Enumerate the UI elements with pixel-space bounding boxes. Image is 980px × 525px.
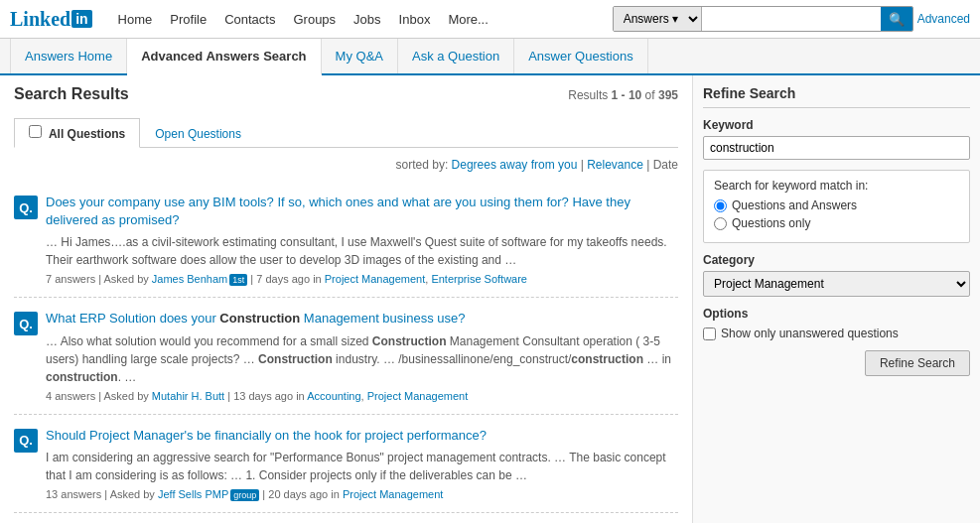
right-panel: Refine Search Keyword Search for keyword… (692, 75, 980, 523)
q-content: What ERP Solution does your Construction… (46, 310, 678, 401)
question-excerpt-2: … Also what solution would you recommend… (46, 332, 678, 386)
radio-row-qa: Questions and Answers (714, 198, 959, 212)
category-select[interactable]: Project Management (703, 271, 970, 297)
question-item: Q. What ERP Solution does your Construct… (14, 298, 678, 414)
question-title-3[interactable]: Should Project Manager's be financially … (46, 427, 678, 445)
question-meta-2: 4 answers | Asked by Mutahir H. Butt | 1… (46, 390, 678, 402)
sort-relevance[interactable]: Relevance (587, 158, 643, 172)
question-excerpt-3: I am considering an aggressive search fo… (46, 449, 678, 484)
cat-link-3a[interactable]: Project Management (343, 488, 444, 500)
logo-in-box: in (71, 10, 91, 28)
question-item: Q. Should Project Manager's be financial… (14, 415, 678, 513)
nav-groups[interactable]: Groups (293, 12, 336, 27)
unanswered-checkbox[interactable] (703, 328, 716, 340)
sort-degrees[interactable]: Degrees away from you (452, 158, 578, 172)
question-meta-1: 7 answers | Asked by James Benham1st | 7… (46, 273, 678, 285)
search-box-wrap: Answers ▾ 🔍 (613, 6, 913, 32)
left-panel: Search Results Results 1 - 10 of 395 All… (0, 75, 692, 523)
subnav-answers-home[interactable]: Answers Home (10, 39, 127, 73)
sort-prefix: sorted by: (396, 158, 452, 172)
main-content: Search Results Results 1 - 10 of 395 All… (0, 75, 980, 523)
cat-link-1b[interactable]: Enterprise Software (431, 273, 527, 285)
options-label: Options (703, 307, 970, 321)
radio-qa-label: Questions and Answers (732, 198, 857, 212)
q-badge: Q. (14, 312, 38, 335)
top-search-input[interactable] (702, 7, 881, 31)
radio-row-q: Questions only (714, 216, 959, 230)
cat-link-1a[interactable]: Project Management (325, 273, 426, 285)
subnav-answer-questions[interactable]: Answer Questions (514, 39, 648, 73)
subnav-ask-question[interactable]: Ask a Question (398, 39, 514, 73)
nav-contacts[interactable]: Contacts (224, 12, 275, 27)
refine-title: Refine Search (703, 85, 970, 108)
badge-level-3: group (230, 489, 259, 501)
subnav-advanced-search[interactable]: Advanced Answers Search (127, 39, 321, 75)
question-title-1[interactable]: Does your company use any BIM tools? If … (46, 194, 678, 229)
question-tabs: All Questions Open Questions (14, 118, 678, 148)
keyword-label: Keyword (703, 118, 970, 132)
radio-questions-only[interactable] (714, 217, 727, 230)
results-meta: Results 1 - 10 of 395 (568, 88, 678, 102)
match-box: Search for keyword match in: Questions a… (703, 170, 970, 243)
title2-after: Management business use? (300, 311, 465, 326)
match-box-title: Search for keyword match in: (714, 179, 959, 193)
nav-more[interactable]: More... (448, 12, 488, 27)
top-search-area: Answers ▾ 🔍 Advanced (613, 6, 970, 32)
q-content: Should Project Manager's be financially … (46, 427, 678, 500)
title2-highlight: Construction (219, 311, 300, 326)
radio-q-label: Questions only (732, 216, 810, 230)
top-nav: Linkedin Home Profile Contacts Groups Jo… (0, 0, 980, 39)
tab-all-questions[interactable]: All Questions (14, 118, 140, 148)
sort-bar: sorted by: Degrees away from you | Relev… (14, 158, 678, 172)
sub-nav: Answers Home Advanced Answers Search My … (0, 39, 980, 75)
refine-search-button[interactable]: Refine Search (865, 350, 970, 376)
category-label: Category (703, 253, 970, 267)
q-badge: Q. (14, 429, 38, 453)
logo-linked-text: Linked (10, 8, 70, 31)
main-nav: Home Profile Contacts Groups Jobs Inbox … (118, 12, 489, 27)
subnav-my-qa[interactable]: My Q&A (322, 39, 398, 73)
q-badge: Q. (14, 196, 38, 219)
nav-home[interactable]: Home (118, 12, 153, 27)
question-item: Q. Does your company use any BIM tools? … (14, 182, 678, 298)
question-title-2[interactable]: What ERP Solution does your Construction… (46, 310, 678, 328)
search-type-dropdown[interactable]: Answers ▾ (614, 7, 702, 31)
all-questions-checkbox[interactable] (29, 125, 42, 138)
author-link-3[interactable]: Jeff Sells PMP (158, 488, 228, 500)
nav-jobs[interactable]: Jobs (353, 12, 380, 27)
question-meta-3: 13 answers | Asked by Jeff Sells PMPgrou… (46, 488, 678, 500)
cat-link-2b[interactable]: Project Management (367, 390, 469, 402)
keyword-input[interactable] (703, 136, 970, 160)
unanswered-row: Show only unanswered questions (703, 327, 970, 340)
results-total: 395 (658, 88, 678, 102)
nav-inbox[interactable]: Inbox (399, 12, 431, 27)
radio-questions-answers[interactable] (714, 199, 727, 212)
tab-open-questions[interactable]: Open Questions (140, 120, 256, 147)
advanced-search-link[interactable]: Advanced (917, 12, 970, 26)
question-excerpt-1: … Hi James….as a civil-sitework estimati… (46, 233, 678, 269)
top-search-button[interactable]: 🔍 (881, 7, 912, 31)
author-link-2[interactable]: Mutahir H. Butt (152, 390, 224, 402)
badge-level-1: 1st (229, 274, 247, 286)
author-link-1[interactable]: James Benham (152, 273, 227, 285)
unanswered-label: Show only unanswered questions (721, 327, 899, 340)
sort-date: Date (653, 158, 678, 172)
page-title: Search Results (14, 85, 129, 103)
logo: Linkedin (10, 8, 92, 31)
results-range: 1 - 10 (612, 88, 642, 102)
nav-profile[interactable]: Profile (170, 12, 207, 27)
q-content: Does your company use any BIM tools? If … (46, 194, 678, 285)
cat-link-2a[interactable]: Accounting (307, 390, 360, 402)
title2-before: What ERP Solution does your (46, 311, 219, 326)
